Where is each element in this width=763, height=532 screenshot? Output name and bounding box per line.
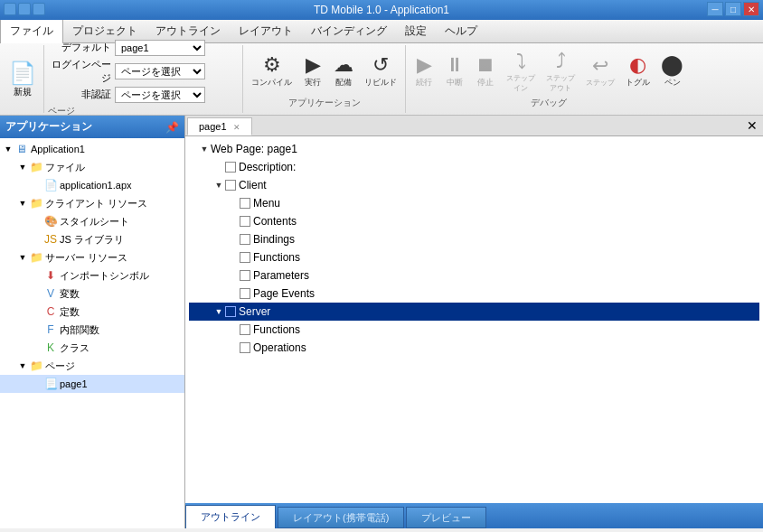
ct-bindings[interactable]: Bindings [189,230,759,248]
login-select[interactable]: ページを選択 [115,63,205,79]
ct-client[interactable]: ▼ Client [189,176,759,194]
app1-label: Application1 [31,144,85,154]
bottom-tab-outline[interactable]: アウトライン [185,505,276,528]
ct-check-sfunc[interactable] [240,324,250,335]
title-bar-controls[interactable]: ─ □ ✕ [707,2,759,16]
step-out-icon: ↩ [592,56,608,76]
expand-f [31,323,43,336]
pause-button[interactable]: ⏸ 中断 [440,49,469,96]
ct-check-contents[interactable] [240,216,250,227]
page-unauth-row: 非認証 ページを選択 [48,87,239,103]
menu-binding[interactable]: バインディング [302,20,396,42]
new-label: 新規 [14,86,32,98]
minimize-button[interactable]: ─ [707,2,723,16]
page-login-row: ログインページ ページを選択 [48,58,239,85]
step-out-label: ステップ [586,78,615,88]
rebuild-button[interactable]: ↺ リビルド [360,49,401,96]
bottom-tab-preview[interactable]: プレビュー [406,507,486,528]
ct-check-menu[interactable] [240,198,250,209]
tree-item-const[interactable]: C 定数 [0,303,184,321]
webpage-label: Web Page: page1 [211,143,297,155]
tree-item-apx[interactable]: 📄 application1.apx [0,176,184,194]
default-select[interactable]: page1 [115,40,205,56]
file-icon: 📄 [43,178,58,192]
app-section: ⚙ コンパイル ▶ 実行 ☁ 配備 ↺ リビルド アプリケーション [243,45,406,113]
tree-item-stylesheet[interactable]: 🎨 スタイルシート [0,212,184,230]
tree-item-page1[interactable]: 📃 page1 [0,375,184,393]
ct-expand-cfunc [227,253,240,262]
panel-pin-icon[interactable]: 📌 [165,121,179,134]
continue-button[interactable]: ▶ 続行 [410,49,438,96]
run-button[interactable]: ▶ 実行 [298,49,327,96]
ct-operations[interactable]: Operations [189,339,759,357]
tab-page1[interactable]: page1 ✕ [187,117,252,135]
expand-cr: ▼ [16,197,29,210]
pen-icon: ⬤ [661,55,683,75]
bottom-tab-layout[interactable]: レイアウト(携帯電話) [278,507,404,528]
tree-item-client-res[interactable]: ▼ 📁 クライアント リソース [0,194,184,212]
tree-item-var[interactable]: V 変数 [0,285,184,303]
deploy-icon: ☁ [334,55,353,75]
new-icon: 📄 [9,61,36,86]
ct-check-pevents[interactable] [240,288,250,299]
js-icon: JS [43,232,58,247]
app-toolbar-row: ⚙ コンパイル ▶ 実行 ☁ 配備 ↺ リビルド [247,48,401,97]
ct-menu[interactable]: Menu [189,194,759,212]
step-over-button[interactable]: ⤴ ステップアウト [542,49,579,96]
tree-item-func[interactable]: F 内部関数 [0,321,184,339]
ct-webpage[interactable]: ▼ Web Page: page1 [189,140,759,158]
ct-expand-params [227,271,240,280]
expand-apx [31,179,43,191]
ct-check-params[interactable] [240,270,250,281]
ct-check-desc[interactable] [225,162,236,173]
step-out-button[interactable]: ↩ ステップ [581,49,619,96]
stylesheet-label: スタイルシート [60,215,129,229]
close-button[interactable]: ✕ [743,2,759,16]
tree-item-file-folder[interactable]: ▼ 📁 ファイル [0,158,184,176]
stop-button[interactable]: ⏹ 停止 [471,49,500,96]
outline-tab-label: アウトライン [201,510,260,524]
menu-help[interactable]: ヘルプ [436,20,486,42]
content-area: ▼ Web Page: page1 Description: ▼ Client [185,136,763,503]
ct-server[interactable]: ▼ Server [189,303,759,321]
ct-check-bindings[interactable] [240,234,250,245]
ct-expand-sfunc [227,325,240,334]
func-icon: F [43,322,58,337]
compile-label: コンパイル [251,77,292,89]
tree-item-server-res[interactable]: ▼ 📁 サーバー リソース [0,248,184,266]
tree-item-app1[interactable]: ▼ 🖥 Application1 [0,140,184,158]
ct-check-server[interactable] [225,306,236,317]
tree-item-class[interactable]: K クラス [0,339,184,357]
server-label-ct: Server [239,305,270,318]
ct-contents[interactable]: Contents [189,212,759,230]
file-folder-label: ファイル [45,161,85,174]
panel-close-button[interactable]: ✕ [743,117,761,135]
expand-ss [31,215,43,228]
menu-layout[interactable]: レイアウト [230,20,302,42]
ct-check-client[interactable] [225,180,236,191]
pen-button[interactable]: ⬤ ペン [656,49,688,96]
tree-item-import[interactable]: ⬇ インポートシンボル [0,266,184,285]
deploy-button[interactable]: ☁ 配備 [329,49,358,96]
tab-close-icon[interactable]: ✕ [233,123,240,132]
menu-settings[interactable]: 設定 [396,20,436,42]
toggle-button[interactable]: ◐ トグル [621,49,655,96]
title-bar: TD Mobile 1.0 - Application1 ─ □ ✕ [0,0,763,20]
ct-description[interactable]: Description: [189,158,759,176]
step-into-button[interactable]: ⤵ ステップイン [502,49,540,96]
compile-button[interactable]: ⚙ コンパイル [247,49,297,96]
ct-page-events[interactable]: Page Events [189,285,759,303]
ct-parameters[interactable]: Parameters [189,266,759,285]
tree-item-pages[interactable]: ▼ 📁 ページ [0,357,184,375]
unauth-select[interactable]: ページを選択 [115,87,205,103]
ct-server-functions[interactable]: Functions [189,321,759,339]
tree-item-jslib[interactable]: JS JS ライブラリ [0,230,184,248]
run-label: 実行 [305,77,321,89]
ct-check-cfunc[interactable] [240,252,250,263]
main-layout: アプリケーション 📌 ▼ 🖥 Application1 ▼ 📁 ファイル [0,116,763,528]
ct-check-ops[interactable] [240,342,250,353]
ct-client-functions[interactable]: Functions [189,248,759,266]
new-button[interactable]: 📄 新規 [2,45,44,113]
maximize-button[interactable]: □ [725,2,741,16]
page-icon: 📃 [43,377,58,391]
